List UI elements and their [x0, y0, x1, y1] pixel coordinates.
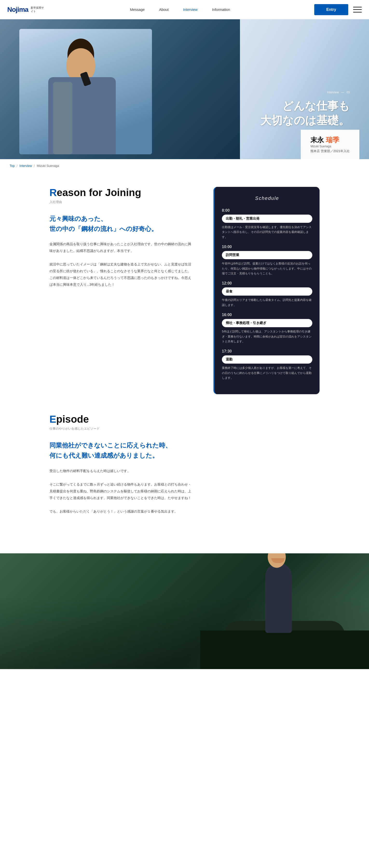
breadcrumb-top[interactable]: Top [10, 164, 15, 167]
schedule-item-3: 16:00 帰社・事務処理・引き継ぎ 5件ほど訪問して帰社した後は、アシスタント… [222, 313, 312, 344]
profile-name-highlight: 瑞季 [326, 136, 339, 144]
breadcrumb: Top / Interview / Mizuki Suenaga [0, 159, 369, 173]
reason-left: Reason for Joining 入社理由 元々興味のあった、 世の中の「鋼… [50, 187, 194, 288]
hero-section: Interview — 03 どんな仕事も 大切なのは基礎。 末永 瑞季 Miz… [0, 19, 369, 159]
reason-heading-rest: eason for Joining [57, 187, 141, 198]
schedule-card-container: Schedule 8:00 出勤・朝礼・営業出発 出勤後はメール・受注状況等を確… [213, 187, 319, 394]
episode-catchcopy: 同業他社ができないことに応えられた時、 何にも代え難い達成感がありました。 [50, 440, 194, 461]
episode-heading-blue-char: E [50, 413, 56, 425]
breadcrumb-interview[interactable]: Interview [20, 164, 32, 167]
hamburger-button[interactable] [353, 7, 362, 12]
hero-text: Interview — 03 どんな仕事も 大切なのは基礎。 [260, 91, 350, 128]
reason-catchcopy: 元々興味のあった、 世の中の「鋼材の流れ」への好奇心。 [50, 214, 194, 234]
bottom-image [0, 553, 369, 669]
nav-interview[interactable]: Interview [183, 7, 197, 11]
reason-heading-jp: 入社理由 [50, 200, 194, 204]
nav-information[interactable]: Information [212, 7, 230, 11]
nav-message[interactable]: Message [130, 7, 145, 11]
schedule-item-2: 12:00 昼食 午後の訪問エリアまで移動したら昼食タイム。訪問先と提案内容を確… [222, 281, 312, 307]
episode-body: 受注した物件の材料手配をもらえた時は嬉しいです。 そこに繋がってくるまでに数ヶ月… [50, 467, 194, 515]
reason-body: 金属関係の商品を取り扱う仕事に興味があったことが入社理由です。世の中の鋼材の流れ… [50, 241, 194, 288]
logo[interactable]: Nojima [7, 6, 28, 13]
reason-heading-blue-char: R [50, 187, 57, 198]
profile-name-en: Mizuki Suenaga [310, 145, 350, 148]
hero-profile: 末永 瑞季 Mizuki Suenaga 熊本店 営業部／2021年入社 [301, 130, 359, 159]
main-nav: Message About Interview Information [53, 7, 307, 11]
logo-area: Nojima 新卒採用サイト [0, 6, 53, 13]
logo-subtitle: 新卒採用サイト [31, 6, 46, 13]
reason-heading: Reason for Joining 入社理由 [50, 187, 194, 204]
reason-heading-en: Reason for Joining [50, 187, 194, 198]
profile-detail: 熊本店 営業部／2021年入社 [310, 149, 350, 153]
reason-section: Reason for Joining 入社理由 元々興味のあった、 世の中の「鋼… [50, 187, 319, 394]
nav-about[interactable]: About [159, 7, 168, 11]
entry-button[interactable]: Entry [314, 4, 348, 15]
main-content: Reason for Joining 入社理由 元々興味のあった、 世の中の「鋼… [40, 173, 329, 534]
schedule-item-1: 10:00 訪問営業 午前中は6件ほど訪問。提案だけではなくお客様の近況のお話を… [222, 245, 312, 276]
hero-title-line1: どんな仕事も [260, 99, 350, 113]
header-entry-area: Entry [307, 4, 369, 15]
episode-heading-jp: 仕事のやりがいを感じたエピソード [50, 427, 194, 431]
header: Nojima 新卒採用サイト Message About Interview I… [0, 0, 369, 19]
episode-left: Episode 仕事のやりがいを感じたエピソード 同業他社ができないことに応えら… [50, 413, 194, 515]
episode-heading-en: Episode [50, 413, 194, 425]
breadcrumb-sep-1: / [17, 164, 18, 167]
breadcrumb-current: Mizuki Suenaga [37, 164, 59, 167]
episode-grid: Episode 仕事のやりがいを感じたエピソード 同業他社ができないことに応えら… [50, 413, 319, 515]
schedule-card: Schedule 8:00 出勤・朝礼・営業出発 出勤後はメール・受注状況等を確… [213, 187, 319, 394]
hero-title-line2: 大切なのは基礎。 [260, 113, 350, 128]
schedule-title: Schedule [222, 195, 312, 201]
profile-name-jp: 末永 瑞季 [310, 135, 350, 145]
episode-section: Episode 仕事のやりがいを感じたエピソード 同業他社ができないことに応えら… [50, 413, 319, 515]
episode-heading-rest: pisode [56, 413, 89, 425]
episode-heading: Episode 仕事のやりがいを感じたエピソード [50, 413, 194, 431]
schedule-item-0: 8:00 出勤・朝礼・営業出発 出勤後はメール・受注状況等を確認します。優先順位… [222, 208, 312, 240]
breadcrumb-sep-2: / [34, 164, 35, 167]
schedule-item-4: 17:30 退勤 業務終了時には多少個人差がありますが、お客様を第一に考えて、そ… [222, 349, 312, 380]
interview-label: Interview — 03 [260, 91, 350, 94]
